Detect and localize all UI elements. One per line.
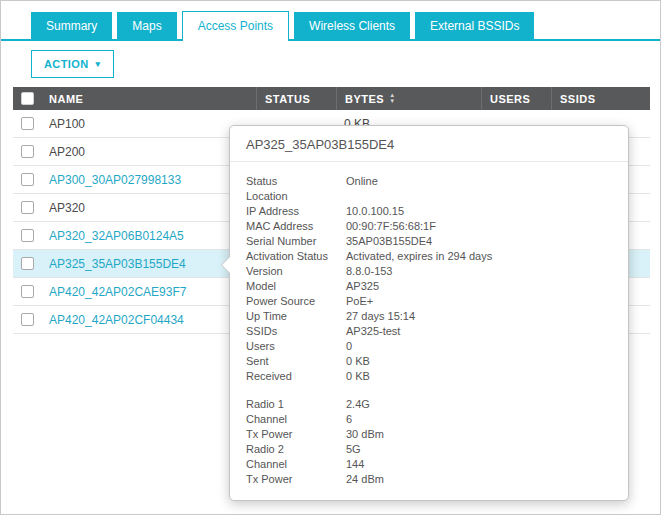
table-header: NAME STATUS BYTES ▲▼ USERS SSIDS [13,87,650,110]
popover-field: Location [246,189,612,204]
field-value [346,384,612,397]
tab-maps[interactable]: Maps [117,12,176,39]
action-button[interactable]: ACTION ▾ [31,50,114,78]
ap-details-popover: AP325_35AP03B155DE4 Status Online Locati… [229,125,629,501]
row-checkbox-cell [13,117,49,130]
field-value [346,189,612,204]
field-label: Tx Power [246,427,346,442]
row-checkbox-cell [13,257,49,270]
field-label: Radio 2 [246,442,346,457]
chevron-down-icon: ▾ [96,60,101,69]
field-value: 27 days 15:14 [346,309,612,324]
ap-name-link[interactable]: AP100 [49,117,256,131]
field-value: 5G [346,442,612,457]
popover-field: Channel 144 [246,457,612,472]
popover-field: Channel 6 [246,412,612,427]
field-value: 144 [346,457,612,472]
tab-bar: SummaryMapsAccess PointsWireless Clients… [1,11,660,41]
popover-field: Tx Power 30 dBm [246,427,612,442]
row-checkbox-cell [13,201,49,214]
popover-field: Received 0 KB [246,369,612,384]
ap-name-link[interactable]: AP420_42AP02CAE93F7 [49,285,256,299]
popover-field: Activation Status Activated, expires in … [246,249,612,264]
popover-title: AP325_35AP03B155DE4 [230,126,628,162]
select-all-checkbox[interactable] [21,92,34,105]
access-points-page: SummaryMapsAccess PointsWireless Clients… [0,0,661,515]
field-label: Up Time [246,309,346,324]
ap-name-link[interactable]: AP320_32AP06B0124A5 [49,229,256,243]
popover-field: MAC Address 00:90:7F:56:68:1F [246,219,612,234]
row-checkbox[interactable] [21,201,34,214]
field-label: Location [246,189,346,204]
field-label: Model [246,279,346,294]
column-header-ssids[interactable]: SSIDS [551,87,650,110]
field-label: Version [246,264,346,279]
field-value: 8.8.0-153 [346,264,612,279]
popover-field: Status Online [246,174,612,189]
field-label: Status [246,174,346,189]
sort-arrows-icon[interactable]: ▲▼ [389,93,395,104]
ap-name-link[interactable]: AP300_30AP027998133 [49,173,256,187]
row-checkbox[interactable] [21,313,34,326]
row-checkbox-cell [13,285,49,298]
row-checkbox[interactable] [21,257,34,270]
popover-field: Version 8.8.0-153 [246,264,612,279]
field-label: Tx Power [246,472,346,487]
tab-access-points[interactable]: Access Points [182,11,289,41]
column-header-name[interactable]: NAME [49,87,256,110]
field-label: Radio 1 [246,397,346,412]
field-label: IP Address [246,204,346,219]
field-label: MAC Address [246,219,346,234]
popover-field: Up Time 27 days 15:14 [246,309,612,324]
field-value: 2.4G [346,397,612,412]
field-value: 30 dBm [346,427,612,442]
tab-summary[interactable]: Summary [31,12,112,39]
popover-field: Sent 0 KB [246,354,612,369]
row-checkbox[interactable] [21,145,34,158]
field-value: AP325-test [346,324,612,339]
field-value: 00:90:7F:56:68:1F [346,219,612,234]
field-value: PoE+ [346,294,612,309]
field-value: 24 dBm [346,472,612,487]
column-header-bytes[interactable]: BYTES ▲▼ [336,87,481,110]
column-header-status[interactable]: STATUS [256,87,336,110]
field-label: Power Source [246,294,346,309]
field-label: Channel [246,457,346,472]
field-label: Activation Status [246,249,346,264]
ap-name-link[interactable]: AP420_42AP02CF04434 [49,313,256,327]
popover-field: Radio 1 2.4G [246,397,612,412]
popover-field: Tx Power 24 dBm [246,472,612,487]
action-button-label: ACTION [44,58,89,70]
row-checkbox[interactable] [21,229,34,242]
field-label [246,384,346,397]
popover-field: IP Address 10.0.100.15 [246,204,612,219]
popover-field: Model AP325 [246,279,612,294]
field-value: Online [346,174,612,189]
popover-field: Radio 2 5G [246,442,612,457]
tab-external-bssids[interactable]: External BSSIDs [415,12,534,39]
field-label: Channel [246,412,346,427]
field-label: Sent [246,354,346,369]
field-label: Users [246,339,346,354]
field-value: 0 KB [346,354,612,369]
field-value: 0 KB [346,369,612,384]
ap-name-link[interactable]: AP320 [49,201,256,215]
row-checkbox[interactable] [21,173,34,186]
column-header-users[interactable]: USERS [481,87,551,110]
ap-name-link[interactable]: AP200 [49,145,256,159]
row-checkbox-cell [13,229,49,242]
field-value: 35AP03B155DE4 [346,234,612,249]
popover-field: Serial Number 35AP03B155DE4 [246,234,612,249]
row-checkbox-cell [13,313,49,326]
row-checkbox[interactable] [21,285,34,298]
popover-fields: Status Online Location IP Address 10.0.1… [230,162,628,500]
popover-field: Power Source PoE+ [246,294,612,309]
field-value: 6 [346,412,612,427]
row-checkbox-cell [13,173,49,186]
row-checkbox[interactable] [21,117,34,130]
field-value: 0 [346,339,612,354]
tab-wireless-clients[interactable]: Wireless Clients [294,12,410,39]
field-value: AP325 [346,279,612,294]
popover-field: Users 0 [246,339,612,354]
header-checkbox-cell [13,87,49,110]
